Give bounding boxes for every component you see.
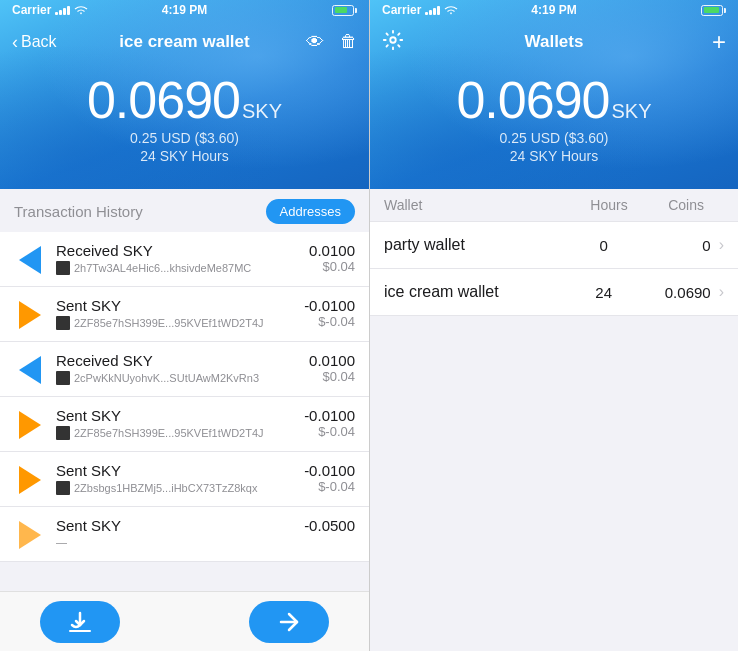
table-row[interactable]: Sent SKY 2Zbsbgs1HBZMj5...iHbCX73TzZ8kqx…: [0, 452, 369, 507]
transaction-history-label: Transaction History: [14, 203, 143, 220]
trash-icon[interactable]: 🗑: [340, 32, 357, 52]
nav-icons: 👁 🗑: [306, 32, 357, 53]
send-button[interactable]: [249, 601, 329, 643]
wallet-title: ice cream wallet: [119, 32, 249, 52]
sent-partial-icon: [14, 519, 46, 551]
tx-amounts: 0.0100 $0.04: [309, 242, 355, 274]
col-hours-label: Hours: [574, 197, 644, 213]
left-balance-hours: 24 SKY Hours: [0, 148, 369, 164]
battery-icon: [332, 5, 357, 16]
wifi-icon-right: [444, 5, 458, 16]
tx-sky-amount: -0.0100: [304, 407, 355, 424]
right-balance-hours: 24 SKY Hours: [370, 148, 738, 164]
plus-icon: +: [712, 28, 726, 55]
right-balance-amount: 0.0690: [456, 74, 609, 126]
col-coins-label: Coins: [644, 197, 724, 213]
sent-icon: [14, 299, 46, 331]
tx-amounts: -0.0100 $-0.04: [304, 297, 355, 329]
tx-usd-amount: $-0.04: [304, 314, 355, 329]
status-right-right: [701, 5, 726, 16]
svg-point-0: [390, 37, 396, 43]
received-icon: [14, 244, 46, 276]
gear-button[interactable]: [382, 29, 404, 55]
section-header: Transaction History Addresses: [0, 189, 369, 232]
wallet-column-headers: Wallet Hours Coins: [370, 189, 738, 222]
gear-icon: [382, 29, 404, 51]
tx-usd-amount: $0.04: [309, 369, 355, 384]
tx-usd-amount: $-0.04: [304, 424, 355, 439]
tx-type-label: Sent SKY: [56, 407, 294, 424]
table-row[interactable]: Sent SKY — -0.0500: [0, 507, 369, 562]
signal-bars-icon: [55, 6, 70, 15]
send-icon: [277, 612, 301, 632]
wallet-name: party wallet: [384, 236, 569, 254]
status-time-left: 4:19 PM: [162, 3, 207, 17]
left-nav-bar: ‹ Back ice cream wallet 👁 🗑: [0, 20, 369, 64]
tx-sky-amount: -0.0100: [304, 297, 355, 314]
eye-icon[interactable]: 👁: [306, 32, 324, 53]
right-balance-usd: 0.25 USD ($3.60): [370, 130, 738, 146]
wallet-list: party wallet 0 0 › ice cream wallet 24 0…: [370, 222, 738, 316]
qr-icon: [56, 261, 70, 275]
right-panel: Carrier 4:19 PM: [369, 0, 738, 651]
right-nav-bar: Wallets +: [370, 20, 738, 64]
tx-usd-amount: $-0.04: [304, 479, 355, 494]
received-icon: [14, 354, 46, 386]
left-balance-unit: SKY: [242, 100, 282, 123]
tx-type-label: Sent SKY: [56, 517, 294, 534]
bottom-bar: [0, 591, 369, 651]
status-left: Carrier: [12, 3, 88, 17]
addresses-button[interactable]: Addresses: [266, 199, 355, 224]
tx-amounts: -0.0500: [304, 517, 355, 534]
wallet-hours: 24: [569, 284, 639, 301]
battery-icon-right: [701, 5, 726, 16]
tx-address: 2ZF85e7hSH399E...95KVEf1tWD2T4J: [56, 426, 294, 440]
back-label: Back: [21, 33, 57, 51]
table-row[interactable]: Sent SKY 2ZF85e7hSH399E...95KVEf1tWD2T4J…: [0, 397, 369, 452]
wallet-name: ice cream wallet: [384, 283, 569, 301]
sent-icon: [14, 464, 46, 496]
add-wallet-button[interactable]: +: [712, 30, 726, 54]
back-button[interactable]: ‹ Back: [12, 32, 57, 53]
tx-info: Received SKY 2h7Tw3AL4eHic6...khsivdeMe8…: [56, 242, 299, 275]
tx-sky-amount: 0.0100: [309, 242, 355, 259]
status-left-right: Carrier: [382, 3, 458, 17]
tx-sky-amount: -0.0500: [304, 517, 355, 534]
left-panel: Carrier 4:19 PM: [0, 0, 369, 651]
left-balance-usd: 0.25 USD ($3.60): [0, 130, 369, 146]
tx-address: 2Zbsbgs1HBZMj5...iHbCX73TzZ8kqx: [56, 481, 294, 495]
wallet-hours: 0: [569, 237, 639, 254]
sent-icon: [14, 409, 46, 441]
carrier-label-right: Carrier: [382, 3, 421, 17]
qr-icon: [56, 481, 70, 495]
right-header: Carrier 4:19 PM: [370, 0, 738, 189]
list-item[interactable]: party wallet 0 0 ›: [370, 222, 738, 269]
wallet-coins: 0: [639, 237, 719, 254]
tx-address: 2cPwKkNUyohvK...SUtUAwM2KvRn3: [56, 371, 299, 385]
tx-type-label: Received SKY: [56, 242, 299, 259]
tx-amounts: -0.0100 $-0.04: [304, 462, 355, 494]
list-item[interactable]: ice cream wallet 24 0.0690 ›: [370, 269, 738, 316]
right-balance-section: 0.0690 SKY 0.25 USD ($3.60) 24 SKY Hours: [370, 64, 738, 169]
tx-address: 2ZF85e7hSH399E...95KVEf1tWD2T4J: [56, 316, 294, 330]
tx-address: 2h7Tw3AL4eHic6...khsivdeMe87MC: [56, 261, 299, 275]
tx-info: Sent SKY —: [56, 517, 294, 548]
tx-amounts: -0.0100 $-0.04: [304, 407, 355, 439]
table-row[interactable]: Sent SKY 2ZF85e7hSH399E...95KVEf1tWD2T4J…: [0, 287, 369, 342]
tx-info: Sent SKY 2ZF85e7hSH399E...95KVEf1tWD2T4J: [56, 407, 294, 440]
carrier-label: Carrier: [12, 3, 51, 17]
tx-amounts: 0.0100 $0.04: [309, 352, 355, 384]
chevron-right-icon: ›: [719, 236, 724, 254]
table-row[interactable]: Received SKY 2cPwKkNUyohvK...SUtUAwM2KvR…: [0, 342, 369, 397]
chevron-right-icon: ›: [719, 283, 724, 301]
wallets-title: Wallets: [525, 32, 584, 52]
tx-type-label: Sent SKY: [56, 297, 294, 314]
left-balance-amount: 0.0690: [87, 74, 240, 126]
tx-address: —: [56, 536, 294, 548]
tx-sky-amount: -0.0100: [304, 462, 355, 479]
table-row[interactable]: Received SKY 2h7Tw3AL4eHic6...khsivdeMe8…: [0, 232, 369, 287]
wifi-icon: [74, 5, 88, 16]
wallet-coins: 0.0690: [639, 284, 719, 301]
left-content: Transaction History Addresses Received S…: [0, 189, 369, 591]
receive-button[interactable]: [40, 601, 120, 643]
